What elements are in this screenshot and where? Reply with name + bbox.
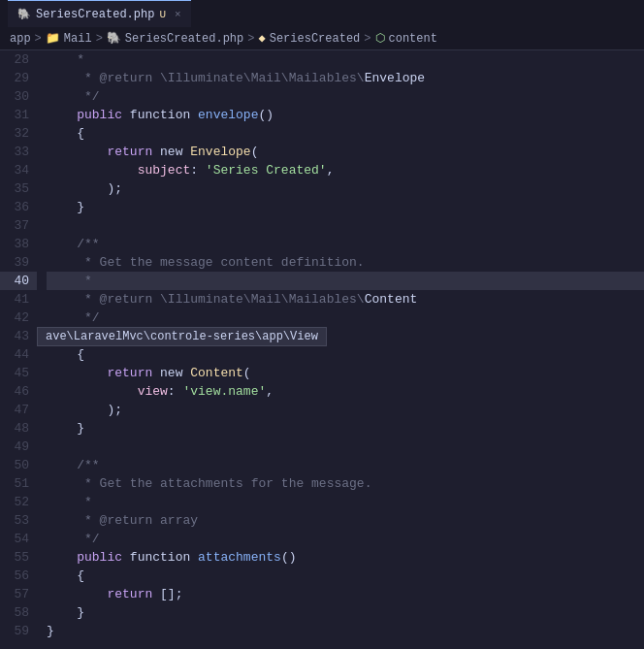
- code-line[interactable]: public function envelope(): [47, 106, 644, 124]
- token: public: [77, 548, 122, 567]
- token: 'Series Created': [206, 161, 327, 179]
- token: }: [47, 622, 54, 640]
- code-line[interactable]: );: [47, 179, 644, 198]
- code-line[interactable]: }: [47, 198, 644, 216]
- token: attachments: [198, 548, 281, 567]
- token: function: [122, 106, 198, 124]
- line-number: 43: [0, 327, 37, 345]
- active-tab[interactable]: 🐘 SeriesCreated.php U ×: [8, 0, 191, 27]
- token: );: [47, 401, 122, 419]
- code-line[interactable]: * Get the message content definition.: [47, 253, 644, 272]
- code-line[interactable]: public function attachments(): [47, 548, 644, 567]
- code-line[interactable]: return new Content(: [47, 364, 644, 382]
- line-number: 53: [0, 511, 37, 530]
- token: [47, 493, 77, 511]
- token: :: [190, 161, 206, 179]
- token: * @return \Illuminate\Mail\Mailables\: [77, 69, 364, 87]
- token: );: [47, 179, 122, 198]
- token: [47, 530, 77, 548]
- token: subject: [138, 161, 191, 179]
- line-number: 31: [0, 106, 37, 124]
- code-line[interactable]: * @return array: [47, 511, 644, 530]
- token: [47, 106, 77, 124]
- php-file-icon: 🐘: [17, 8, 31, 20]
- code-line[interactable]: }: [47, 603, 644, 622]
- code-line[interactable]: {: [47, 567, 644, 585]
- token: [47, 50, 77, 69]
- line-number: 59: [0, 622, 37, 640]
- code-line[interactable]: */: [47, 87, 644, 106]
- code-line[interactable]: view: 'view.name',: [47, 382, 644, 401]
- line-number: 41: [0, 290, 37, 308]
- token: :: [168, 382, 183, 401]
- code-line[interactable]: [47, 438, 644, 456]
- line-number: 50: [0, 456, 37, 474]
- token: envelope: [198, 106, 258, 124]
- token: 'view.name': [182, 382, 266, 401]
- token: (): [258, 106, 274, 124]
- line-number: 44: [0, 345, 37, 364]
- code-line[interactable]: /**: [47, 235, 644, 253]
- token: * Get the attachments for the message.: [77, 474, 371, 493]
- token: Content: [190, 364, 243, 382]
- line-numbers: 2829303132333435363738394041424344454647…: [0, 50, 37, 649]
- code-line[interactable]: * @return \Illuminate\Mail\Mailables\Con…: [47, 290, 644, 308]
- breadcrumb-method[interactable]: content: [389, 32, 437, 46]
- line-number: 52: [0, 493, 37, 511]
- code-line[interactable]: [47, 216, 644, 235]
- code-content[interactable]: ave\LaravelMvc\controle-series\app\View …: [37, 50, 644, 649]
- line-number: 49: [0, 438, 37, 456]
- title-bar: 🐘 SeriesCreated.php U ×: [0, 0, 644, 27]
- breadcrumb-app[interactable]: app: [10, 32, 31, 46]
- token: [47, 272, 77, 290]
- token: {: [47, 124, 84, 143]
- code-line[interactable]: */: [47, 308, 644, 327]
- breadcrumb-class[interactable]: SeriesCreated: [270, 32, 361, 46]
- token: * @return array: [77, 511, 198, 530]
- token: view: [138, 382, 168, 401]
- line-number: 33: [0, 143, 37, 161]
- code-line[interactable]: }: [47, 419, 644, 438]
- token: [47, 69, 77, 87]
- tooltip: ave\LaravelMvc\controle-series\app\View: [37, 327, 327, 346]
- token: *: [77, 272, 92, 290]
- token: {: [47, 345, 84, 364]
- breadcrumb-mail-icon: 📁: [46, 31, 60, 46]
- breadcrumb-mail[interactable]: Mail: [64, 32, 92, 46]
- token: [47, 456, 77, 474]
- code-line[interactable]: *: [47, 272, 644, 290]
- code-line[interactable]: return new Envelope(: [47, 143, 644, 161]
- tab-close-button[interactable]: ×: [175, 9, 181, 20]
- token: [47, 382, 138, 401]
- line-number: 30: [0, 87, 37, 106]
- token: [47, 161, 138, 179]
- token: }: [47, 419, 84, 438]
- code-line[interactable]: {: [47, 124, 644, 143]
- code-line[interactable]: */: [47, 530, 644, 548]
- code-line[interactable]: );: [47, 401, 644, 419]
- breadcrumb-file[interactable]: SeriesCreated.php: [125, 32, 243, 46]
- code-line[interactable]: {: [47, 345, 644, 364]
- code-line[interactable]: * @return \Illuminate\Mail\Mailables\Env…: [47, 69, 644, 87]
- line-number: 38: [0, 235, 37, 253]
- token: /**: [77, 235, 99, 253]
- token: (: [251, 143, 259, 161]
- token: [47, 308, 77, 327]
- token: ,: [266, 382, 274, 401]
- breadcrumb: app > 📁 Mail > 🐘 SeriesCreated.php > ◆ S…: [0, 27, 644, 50]
- token: [];: [152, 585, 182, 603]
- token: [47, 87, 77, 106]
- code-line[interactable]: subject: 'Series Created',: [47, 161, 644, 179]
- token: [47, 253, 77, 272]
- breadcrumb-sep-3: >: [247, 32, 254, 46]
- code-line[interactable]: *: [47, 50, 644, 69]
- token: ,: [327, 161, 335, 179]
- code-line[interactable]: * Get the attachments for the message.: [47, 474, 644, 493]
- token: Content: [365, 290, 418, 308]
- token: return: [107, 585, 152, 603]
- code-line[interactable]: /**: [47, 456, 644, 474]
- code-line[interactable]: return [];: [47, 585, 644, 603]
- code-line[interactable]: }: [47, 622, 644, 640]
- code-line[interactable]: *: [47, 493, 644, 511]
- token: {: [47, 567, 84, 585]
